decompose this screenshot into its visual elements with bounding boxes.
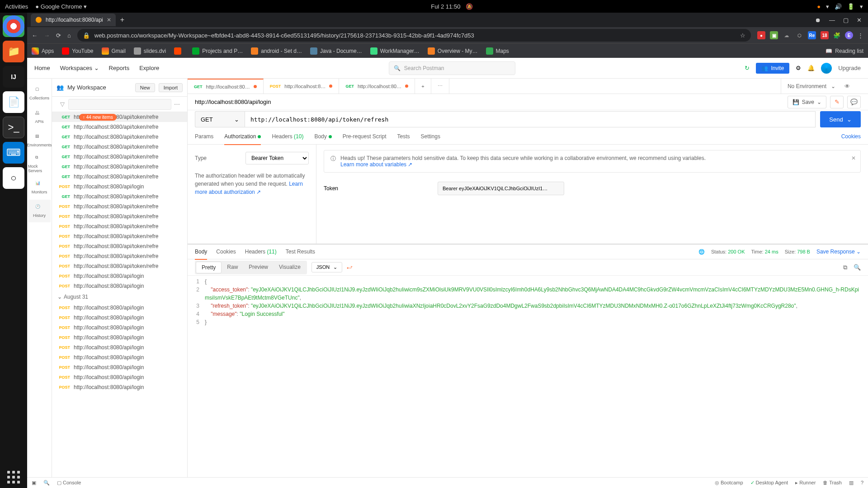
token-input[interactable] bbox=[438, 182, 564, 195]
history-item[interactable]: GEThttp://localhost:8080/api/token/refre bbox=[52, 172, 187, 182]
history-item[interactable]: GEThttp://localhost:8080/api/token/refre bbox=[52, 122, 187, 132]
comment-icon[interactable]: 💬 bbox=[847, 96, 861, 108]
minimize-icon[interactable]: — bbox=[829, 17, 835, 23]
more-icon[interactable]: ⋯ bbox=[171, 101, 183, 108]
resp-tab-tests[interactable]: Test Results bbox=[286, 249, 315, 255]
tab-settings[interactable]: Settings bbox=[421, 129, 440, 144]
nav-reports[interactable]: Reports bbox=[109, 65, 130, 71]
bookmark-item[interactable] bbox=[174, 47, 184, 55]
bookmark-item[interactable]: YouTube bbox=[62, 47, 93, 55]
save-button[interactable]: 💾 Save ⌄ bbox=[788, 96, 826, 108]
close-icon[interactable]: ✕ bbox=[107, 17, 111, 23]
more-tabs-button[interactable]: ⋯ bbox=[431, 79, 449, 94]
resp-tab-cookies[interactable]: Cookies bbox=[216, 249, 236, 255]
variables-link[interactable]: Learn more about variables ↗ bbox=[340, 161, 412, 168]
sidebar-toggle-icon[interactable]: ▣ bbox=[32, 480, 36, 486]
trash-button[interactable]: 🗑 Trash bbox=[823, 480, 842, 486]
dock-chrome[interactable] bbox=[3, 15, 24, 37]
ext-icon[interactable]: ☁ bbox=[783, 31, 791, 39]
tab-tests[interactable]: Tests bbox=[397, 129, 410, 144]
sync-icon[interactable]: ↻ bbox=[745, 65, 750, 71]
bookmark-item[interactable]: slides.dvi bbox=[134, 47, 166, 55]
close-icon[interactable]: ✕ bbox=[851, 155, 856, 161]
extensions-icon[interactable]: 🧩 bbox=[833, 32, 840, 39]
invite-button[interactable]: 👥 Invite bbox=[756, 63, 789, 74]
history-item[interactable]: POSThttp://localhost:8080/api/token/refr… bbox=[52, 261, 187, 271]
cookies-link[interactable]: Cookies bbox=[841, 133, 861, 140]
bookmark-item[interactable]: Overview - My… bbox=[428, 47, 478, 55]
bookmark-item[interactable]: Gmail bbox=[102, 47, 126, 55]
side-mock[interactable]: ⧉Mock Servers bbox=[28, 153, 51, 175]
history-item[interactable]: POSThttp://localhost:8080/api/login bbox=[52, 372, 187, 382]
bookmark-apps[interactable]: Apps bbox=[32, 47, 54, 55]
history-item[interactable]: POSThttp://localhost:8080/api/token/refr… bbox=[52, 241, 187, 251]
ext-icon[interactable]: ● bbox=[757, 31, 765, 39]
upgrade-button[interactable]: Upgrade bbox=[838, 65, 861, 71]
environment-select[interactable]: No Environment⌄ 👁 bbox=[781, 79, 868, 94]
save-response-button[interactable]: Save Response ⌄ bbox=[816, 249, 861, 255]
ext-icon[interactable]: Re bbox=[808, 31, 816, 39]
response-body[interactable]: 1{ 2 "access_token": "eyJ0eXAiOiJKV1QiLC… bbox=[188, 276, 868, 477]
history-item[interactable]: GEThttp://localhost:8080/api/token/refre bbox=[52, 162, 187, 172]
auth-type-select[interactable]: Bearer Token bbox=[245, 152, 309, 164]
bookmark-item[interactable]: Java - Docume… bbox=[310, 47, 362, 55]
close-window-icon[interactable]: ✕ bbox=[857, 17, 862, 23]
history-item[interactable]: GEThttp://localhost:8080/api/token/refre… bbox=[52, 112, 187, 122]
avatar[interactable] bbox=[821, 63, 832, 74]
reload-icon[interactable]: ⟳ bbox=[56, 32, 61, 39]
history-item[interactable]: POSThttp://localhost:8080/api/token/refr… bbox=[52, 251, 187, 261]
history-item[interactable]: POSThttp://localhost:8080/api/login bbox=[52, 281, 187, 291]
ext-icon[interactable]: ⬡ bbox=[795, 31, 803, 39]
history-item[interactable]: POSThttp://localhost:8080/api/login bbox=[52, 271, 187, 281]
filter-input[interactable] bbox=[68, 99, 171, 110]
history-item[interactable]: POSThttp://localhost:8080/api/login bbox=[52, 382, 187, 392]
settings-icon[interactable]: ⚙ bbox=[796, 65, 801, 71]
help-icon[interactable]: ? bbox=[861, 480, 863, 486]
side-history[interactable]: 🕐History bbox=[28, 200, 51, 222]
format-select[interactable]: JSON ⌄ bbox=[311, 262, 342, 272]
url-bar[interactable]: 🔒 web.postman.co/workspace/My-Workspace~… bbox=[77, 29, 751, 42]
history-item[interactable]: POSThttp://localhost:8080/api/token/refr… bbox=[52, 211, 187, 221]
active-app[interactable]: ● Google Chrome ▾ bbox=[35, 3, 87, 10]
workspace-name[interactable]: My Workspace bbox=[67, 84, 132, 91]
tab-params[interactable]: Params bbox=[195, 129, 213, 144]
history-item[interactable]: POSThttp://localhost:8080/api/token/refr… bbox=[52, 221, 187, 231]
request-tab[interactable]: POSThttp://localhost:8… bbox=[264, 79, 340, 94]
bookmark-item[interactable]: android - Set d… bbox=[251, 47, 302, 55]
bookmark-item[interactable]: Projects and P… bbox=[192, 47, 243, 55]
tab-prescript[interactable]: Pre-request Script bbox=[343, 129, 387, 144]
side-monitors[interactable]: 📊Monitors bbox=[28, 176, 51, 199]
chrome-tab[interactable]: 🟠 http://localhost:8080/api ✕ bbox=[31, 14, 116, 26]
wrap-icon[interactable]: ⮐ bbox=[347, 264, 353, 271]
dock-files[interactable]: 📁 bbox=[3, 41, 24, 62]
history-item[interactable]: POSThttp://localhost:8080/api/login bbox=[52, 333, 187, 343]
globe-icon[interactable]: 🌐 bbox=[698, 249, 705, 255]
history-item[interactable]: GEThttp://localhost:8080/api/token/refre bbox=[52, 142, 187, 152]
history-item[interactable]: POSThttp://localhost:8080/api/login bbox=[52, 352, 187, 362]
side-collections[interactable]: ▢Collections bbox=[28, 82, 51, 105]
add-tab-button[interactable]: + bbox=[415, 79, 431, 94]
two-pane-icon[interactable]: ▥ bbox=[849, 480, 854, 486]
tab-body[interactable]: Body bbox=[314, 129, 331, 144]
nav-explore[interactable]: Explore bbox=[139, 65, 159, 71]
method-select[interactable]: GET⌄ bbox=[195, 111, 245, 127]
nav-home[interactable]: Home bbox=[34, 65, 50, 71]
dock-app[interactable]: ○ bbox=[3, 167, 24, 189]
menu-icon[interactable]: ⋮ bbox=[858, 32, 863, 39]
console-button[interactable]: ▢ Console bbox=[57, 480, 81, 486]
tab-headers[interactable]: Headers (10) bbox=[272, 129, 303, 144]
view-preview[interactable]: Preview bbox=[243, 262, 274, 273]
find-icon[interactable]: 🔍 bbox=[43, 480, 50, 486]
filter-icon[interactable]: ▽ bbox=[57, 101, 68, 108]
star-icon[interactable]: ☆ bbox=[740, 32, 745, 39]
bookmark-item[interactable]: Maps bbox=[486, 47, 509, 55]
history-list[interactable]: GEThttp://localhost:8080/api/token/refre… bbox=[52, 112, 187, 477]
resp-tab-headers[interactable]: Headers (11) bbox=[245, 249, 277, 255]
eye-icon[interactable]: 👁 bbox=[844, 83, 850, 89]
new-items-badge[interactable]: ↑ 44 new items bbox=[79, 114, 117, 121]
copy-icon[interactable]: ⧉ bbox=[843, 264, 847, 271]
side-environments[interactable]: ▤Environments bbox=[28, 129, 51, 152]
activities-button[interactable]: Activities bbox=[5, 3, 28, 10]
send-button[interactable]: Send ⌄ bbox=[820, 111, 861, 127]
reading-list-button[interactable]: 📖 Reading list bbox=[826, 48, 863, 54]
